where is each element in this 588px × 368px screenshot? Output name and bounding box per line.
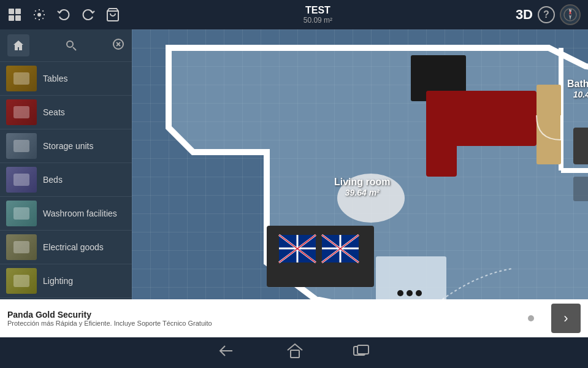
sidebar: TablesSeatsStorage unitsBedsWashroom fac…	[0, 29, 132, 337]
sidebar-item-lighting[interactable]: Lighting	[0, 264, 132, 298]
sidebar-item-label-beds: Beds	[43, 175, 63, 185]
svg-rect-1	[15, 9, 21, 14]
project-title: TEST	[128, 4, 508, 16]
svg-point-10	[67, 41, 73, 47]
sidebar-item-seats[interactable]: Seats	[0, 96, 132, 129]
svg-rect-21	[13, 275, 29, 287]
svg-rect-59	[357, 345, 368, 354]
svg-rect-0	[9, 9, 14, 14]
sidebar-item-thumb-washroom	[6, 201, 37, 226]
floorplan-area[interactable]: Living room 39.64 m² Bathroom 10.40 m²	[132, 29, 588, 337]
ad-dot-2[interactable]	[528, 315, 534, 321]
svg-rect-19	[13, 207, 29, 220]
cart-icon[interactable]	[103, 5, 123, 25]
living-room-name: Living room	[334, 177, 391, 188]
project-info: TEST 50.09 m²	[128, 4, 508, 25]
settings-icon[interactable]	[29, 5, 49, 25]
living-room-label: Living room 39.64 m²	[334, 177, 391, 197]
svg-rect-57	[291, 350, 299, 358]
recent-apps-button[interactable]	[353, 344, 370, 361]
sidebar-item-label-tables: Tables	[43, 74, 67, 83]
svg-rect-54	[573, 177, 588, 201]
sidebar-item-thumb-seats	[6, 99, 37, 125]
ad-title: Panda Gold Security	[7, 310, 508, 320]
sidebar-item-label-electrical: Electrical goods	[43, 242, 104, 252]
close-button[interactable]	[112, 38, 124, 53]
ad-banner: Panda Gold Security Protección más Rápid…	[0, 299, 588, 337]
undo-icon[interactable]	[54, 5, 74, 25]
svg-point-50	[407, 290, 413, 296]
ad-next-button[interactable]: ›	[551, 304, 581, 333]
help-button[interactable]: ?	[538, 6, 555, 23]
ad-subtitle: Protección más Rápida y Eficiente. Inclu…	[7, 320, 508, 327]
sidebar-item-label-seats: Seats	[43, 107, 65, 117]
sidebar-item-storage[interactable]: Storage units	[0, 129, 132, 163]
svg-rect-20	[13, 241, 29, 253]
top-right-icons: 3D ? N	[508, 4, 588, 25]
sidebar-item-thumb-electrical	[6, 234, 37, 260]
svg-text:N: N	[569, 9, 571, 12]
svg-rect-16	[13, 106, 29, 118]
top-bar: TEST 50.09 m² 3D ? N	[0, 0, 588, 29]
bathroom-size: 10.40 m²	[567, 90, 588, 99]
sidebar-item-washroom[interactable]: Washroom facilities	[0, 197, 132, 231]
svg-rect-30	[426, 91, 457, 177]
svg-rect-2	[9, 15, 14, 21]
svg-rect-3	[15, 15, 21, 21]
compass-button[interactable]: N	[560, 4, 581, 25]
ad-dot-1[interactable]	[518, 315, 524, 321]
sidebar-items-list: TablesSeatsStorage unitsBedsWashroom fac…	[0, 62, 132, 337]
svg-rect-31	[536, 85, 561, 164]
project-size: 50.09 m²	[128, 16, 508, 25]
svg-rect-52	[573, 128, 588, 164]
search-button[interactable]	[34, 39, 107, 52]
sidebar-item-beds[interactable]: Beds	[0, 163, 132, 197]
svg-rect-17	[13, 140, 29, 152]
svg-point-4	[37, 13, 41, 17]
ad-dots	[518, 315, 534, 321]
3d-toggle-button[interactable]: 3D	[516, 7, 533, 23]
sidebar-item-thumb-beds	[6, 167, 37, 193]
bottom-nav-bar	[0, 337, 588, 368]
top-left-icons	[0, 5, 128, 25]
back-button[interactable]	[219, 343, 237, 362]
sidebar-item-thumb-storage	[6, 133, 37, 159]
bathroom-name: Bathroom	[567, 79, 588, 90]
sidebar-item-electrical[interactable]: Electrical goods	[0, 231, 132, 264]
svg-rect-15	[13, 72, 29, 85]
home-button[interactable]	[286, 343, 304, 362]
sidebar-item-label-storage: Storage units	[43, 141, 94, 151]
sidebar-item-thumb-tables	[6, 66, 37, 91]
sidebar-item-tables[interactable]: Tables	[0, 62, 132, 96]
svg-point-49	[397, 290, 403, 296]
home-button[interactable]	[7, 34, 29, 56]
bathroom-label: Bathroom 10.40 m²	[567, 79, 588, 99]
svg-point-51	[416, 290, 422, 296]
sidebar-item-thumb-lighting	[6, 268, 37, 294]
ad-text-block: Panda Gold Security Protección más Rápid…	[7, 310, 508, 327]
svg-line-11	[73, 47, 76, 50]
svg-rect-18	[13, 174, 29, 186]
sidebar-item-label-washroom: Washroom facilities	[43, 209, 117, 218]
living-room-size: 39.64 m²	[334, 188, 391, 197]
sidebar-item-label-lighting: Lighting	[43, 276, 73, 286]
redo-icon[interactable]	[78, 5, 98, 25]
sidebar-top	[0, 29, 132, 62]
grid-icon[interactable]	[5, 5, 25, 25]
